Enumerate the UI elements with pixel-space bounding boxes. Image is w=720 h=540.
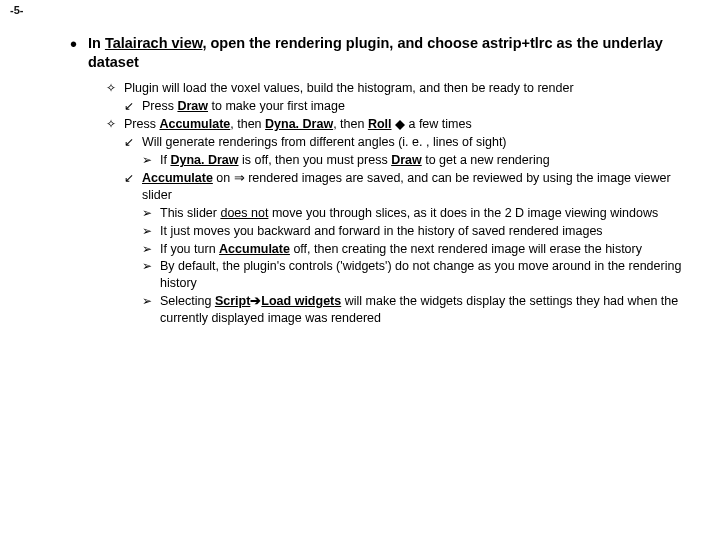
t: Selecting — [160, 294, 215, 308]
arrow-dl-icon: ↙ — [124, 98, 142, 114]
l0-pre: In — [88, 35, 105, 51]
l1b-sub2-s1: ➢ This slider does not move you through … — [142, 205, 694, 222]
dyna-kw: Dyna. Draw — [265, 117, 333, 131]
page-number: -5- — [10, 4, 710, 16]
l1b-sub2-s2: ➢ It just moves you backward and forward… — [142, 223, 694, 240]
arrow-right-icon: ➔ — [250, 294, 261, 308]
acc-kw: Accumulate — [159, 117, 230, 131]
l1b-sub1-s1: ➢ If Dyna. Draw is off, then you must pr… — [142, 152, 694, 169]
l1a-sub1: ↙ Press Draw to make your first image — [124, 98, 694, 115]
t: If you turn Accumulate off, then creatin… — [160, 241, 694, 258]
dyna-kw: Dyna. Draw — [170, 153, 238, 167]
roll-diamond-icon — [395, 120, 405, 130]
t: move you through slices, as it does in t… — [268, 206, 658, 220]
l1b-sub2-s4: ➢ By default, the plugin's controls ('wi… — [142, 258, 694, 292]
tri-r-icon: ➢ — [142, 223, 160, 239]
l1a-subblock: ↙ Press Draw to make your first image — [124, 98, 694, 115]
l0-talairach: Talairach view — [105, 35, 203, 51]
l1b-subblock: ↙ Will generate renderings from differen… — [124, 134, 694, 327]
t: If Dyna. Draw is off, then you must pres… — [160, 152, 694, 169]
t: Press — [124, 117, 159, 131]
l0-code: astrip+tlrc — [482, 35, 553, 51]
t: Press — [142, 99, 177, 113]
level1-block: ✧ Plugin will load the voxel values, bui… — [106, 80, 694, 327]
t: , then — [230, 117, 265, 131]
script-kw: Script — [215, 294, 250, 308]
draw-kw: Draw — [391, 153, 422, 167]
l1b-sub2-text: Accumulate on ⇒ rendered images are save… — [142, 170, 694, 204]
bullet-dot-icon: • — [70, 34, 88, 52]
t: is off, then you must press — [239, 153, 392, 167]
diamond-icon: ✧ — [106, 80, 124, 96]
t: on ⇒ rendered images are saved, and can … — [142, 171, 671, 202]
l1a-sub1-text: Press Draw to make your first image — [142, 98, 694, 115]
draw-kw: Draw — [177, 99, 208, 113]
l1b-sub2: ↙ Accumulate on ⇒ rendered images are sa… — [124, 170, 694, 204]
tri-r-icon: ➢ — [142, 241, 160, 257]
l1a-text: Plugin will load the voxel values, build… — [124, 80, 694, 97]
t: to make your first image — [208, 99, 345, 113]
l1b-sub2-s3: ➢ If you turn Accumulate off, then creat… — [142, 241, 694, 258]
l1b-sub1-text: Will generate renderings from different … — [142, 134, 694, 151]
t: If — [160, 153, 170, 167]
t: off, then creating the next rendered ima… — [290, 242, 642, 256]
t: to get a new rendering — [422, 153, 550, 167]
t: If you turn — [160, 242, 219, 256]
svg-marker-0 — [395, 120, 405, 130]
t: By default, the plugin's controls ('widg… — [160, 258, 694, 292]
l1b-sub2-s5: ➢ Selecting Script➔Load widgets will mak… — [142, 293, 694, 327]
l1b-sub2-subs: ➢ This slider does not move you through … — [142, 205, 694, 327]
l1-item-a: ✧ Plugin will load the voxel values, bui… — [106, 80, 694, 97]
l1b-sub1-subs: ➢ If Dyna. Draw is off, then you must pr… — [142, 152, 694, 169]
tri-r-icon: ➢ — [142, 152, 160, 168]
tri-r-icon: ➢ — [142, 293, 160, 309]
bullet-level0: • In Talairach view, open the rendering … — [70, 34, 694, 72]
content: • In Talairach view, open the rendering … — [70, 34, 694, 327]
level0-text: In Talairach view, open the rendering pl… — [88, 34, 694, 72]
t: It just moves you backward and forward i… — [160, 223, 694, 240]
t: a few times — [408, 117, 471, 131]
acc-kw: Accumulate — [142, 171, 213, 185]
u: does not — [220, 206, 268, 220]
diamond-icon: ✧ — [106, 116, 124, 132]
arrow-dl-icon: ↙ — [124, 134, 142, 150]
t: , then — [333, 117, 368, 131]
roll-kw: Roll — [368, 117, 392, 131]
arrow-dl-icon: ↙ — [124, 170, 142, 186]
t: This slider — [160, 206, 220, 220]
tri-r-icon: ➢ — [142, 258, 160, 274]
l1b-sub1: ↙ Will generate renderings from differen… — [124, 134, 694, 151]
l0-mid: , open the rendering plugin, and choose — [202, 35, 482, 51]
page: -5- • In Talairach view, open the render… — [0, 0, 720, 540]
tri-r-icon: ➢ — [142, 205, 160, 221]
l1b-text: Press Accumulate, then Dyna. Draw, then … — [124, 116, 694, 133]
acc-kw: Accumulate — [219, 242, 290, 256]
t: This slider does not move you through sl… — [160, 205, 694, 222]
load-widgets-kw: Load widgets — [261, 294, 341, 308]
t: Selecting Script➔Load widgets will make … — [160, 293, 694, 327]
l1-item-b: ✧ Press Accumulate, then Dyna. Draw, the… — [106, 116, 694, 133]
